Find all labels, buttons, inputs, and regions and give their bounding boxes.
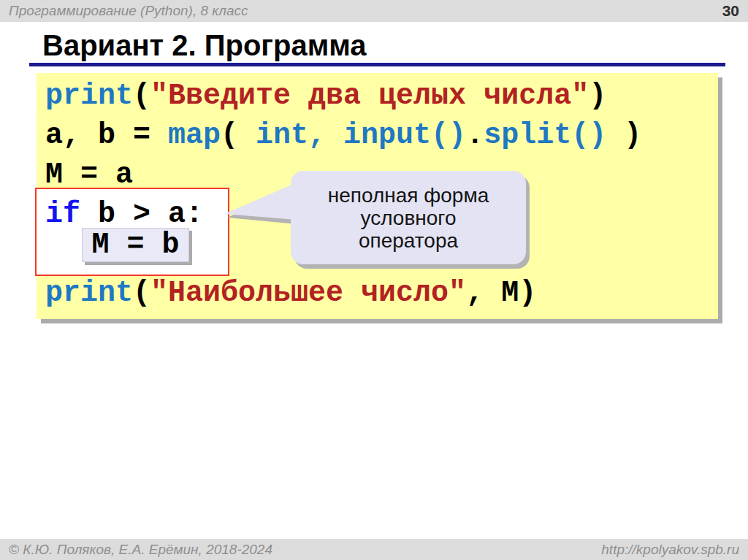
- callout-text-line1: неполная форма: [328, 184, 489, 207]
- callout-pointer: [219, 175, 299, 230]
- footer-bar: © К.Ю. Поляков, Е.А. Ерёмин, 2018-2024 h…: [0, 539, 748, 560]
- copyright-label: © К.Ю. Поляков, Е.А. Ерёмин, 2018-2024: [9, 542, 272, 558]
- footer-url: http://kpolyakov.spb.ru: [601, 542, 739, 558]
- title-underline: [29, 63, 725, 66]
- code-line-if-body: M = b: [91, 231, 179, 260]
- slide-title: Вариант 2. Программа: [42, 28, 367, 63]
- code-line-print-result: print("Наибольшее число", M): [45, 277, 536, 310]
- slide-canvas: Программирование (Python), 8 класс 30 Ва…: [0, 0, 748, 560]
- callout-bubble: неполная форма условного оператора: [291, 171, 526, 264]
- page-number: 30: [722, 2, 739, 20]
- if-body-box: M = b: [82, 228, 189, 262]
- course-label: Программирование (Python), 8 класс: [9, 3, 248, 19]
- callout-text-line2: условного: [361, 207, 457, 229]
- code-line-print-prompt: print("Введите два целых числа"): [45, 80, 606, 112]
- header-bar: Программирование (Python), 8 класс 30: [0, 0, 748, 22]
- code-line-assign-m: M = a: [45, 159, 133, 191]
- callout-text-line3: оператора: [359, 229, 458, 252]
- code-line-if-condition: if b > a:: [45, 199, 203, 231]
- code-line-input-map: a, b = map( int, input().split() ): [45, 120, 641, 152]
